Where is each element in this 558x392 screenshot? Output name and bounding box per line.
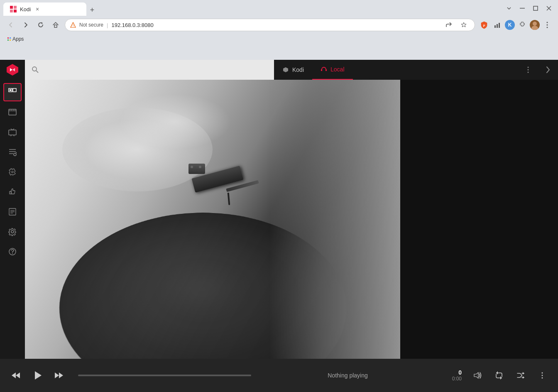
player-controls xyxy=(7,366,68,385)
kodi-header: Kodi Local xyxy=(0,60,558,80)
rewind-button[interactable] xyxy=(7,366,25,385)
kodi-search-bar[interactable] xyxy=(25,60,274,80)
svg-point-17 xyxy=(531,26,538,30)
window-controls xyxy=(503,2,555,14)
fast-forward-button[interactable] xyxy=(50,366,68,385)
sidebar-item-help[interactable] xyxy=(3,243,22,261)
kodi-nav-tabs: Kodi Local xyxy=(274,60,353,80)
time-display: 0 0:00 xyxy=(441,369,462,382)
sidebar-item-queue[interactable] xyxy=(3,203,22,221)
svg-marker-11 xyxy=(461,22,466,27)
kodi-tab-label: Kodi xyxy=(292,66,304,73)
bookmark-button[interactable] xyxy=(458,19,470,31)
svg-marker-8 xyxy=(42,22,43,24)
svg-point-34 xyxy=(11,110,12,110)
svg-point-36 xyxy=(15,110,15,110)
sidebar-item-playlist[interactable] xyxy=(3,143,22,161)
local-tab-label: Local xyxy=(330,66,344,73)
play-button[interactable] xyxy=(28,366,46,385)
chevron-right-button[interactable] xyxy=(538,60,558,80)
profile-icon[interactable] xyxy=(530,20,540,30)
svg-rect-5 xyxy=(534,6,538,10)
volume-button[interactable] xyxy=(468,366,487,385)
not-secure-label: Not secure xyxy=(79,22,103,28)
sidebar-item-favorites[interactable] xyxy=(3,183,22,201)
tab-close-button[interactable]: × xyxy=(34,5,41,13)
kodi-app: Kodi Local xyxy=(0,60,558,392)
apps-bookmark[interactable]: Apps xyxy=(5,35,26,43)
sidebar-item-music[interactable] xyxy=(3,83,22,101)
tab-kodi[interactable]: Kodi xyxy=(274,60,312,80)
tab-title: Kodi xyxy=(20,6,31,12)
sidebar-item-settings[interactable] xyxy=(3,223,22,241)
minimize-button[interactable] xyxy=(516,2,528,14)
svg-point-25 xyxy=(528,67,529,68)
svg-marker-64 xyxy=(523,372,524,375)
svg-marker-57 xyxy=(16,372,20,378)
search-input[interactable] xyxy=(42,66,267,73)
back-button[interactable] xyxy=(5,19,17,31)
reload-button[interactable] xyxy=(35,19,46,31)
active-tab[interactable]: Kodi × xyxy=(3,2,86,16)
svg-point-67 xyxy=(542,375,543,376)
kodi-sidebar xyxy=(0,80,25,359)
svg-rect-3 xyxy=(14,10,17,12)
more-menu-button[interactable] xyxy=(518,60,538,80)
warning-icon: ! xyxy=(70,22,76,28)
sidebar-item-tv[interactable] xyxy=(3,123,22,141)
tab-local[interactable]: Local xyxy=(312,60,352,80)
ublock-icon[interactable]: μ xyxy=(478,19,490,31)
kodi-logo[interactable] xyxy=(0,60,25,80)
svg-line-39 xyxy=(14,135,14,136)
svg-point-68 xyxy=(542,377,543,379)
maximize-button[interactable] xyxy=(530,2,541,14)
player-status: Nothing playing xyxy=(328,372,368,379)
secondary-controls xyxy=(468,366,551,385)
time-current: 0:00 xyxy=(452,376,462,382)
progress-bar[interactable] xyxy=(78,375,251,376)
svg-point-20 xyxy=(547,27,548,28)
svg-point-45 xyxy=(14,153,16,156)
svg-rect-2 xyxy=(10,10,13,12)
k-extension-icon[interactable]: K xyxy=(505,20,515,30)
search-icon xyxy=(32,66,39,74)
svg-point-55 xyxy=(12,253,13,254)
svg-marker-58 xyxy=(35,371,42,380)
repeat-button[interactable] xyxy=(490,366,508,385)
sidebar-item-addons[interactable] xyxy=(3,163,22,181)
svg-point-66 xyxy=(542,372,543,374)
forward-button[interactable] xyxy=(20,19,32,31)
svg-point-18 xyxy=(547,22,548,23)
share-button[interactable] xyxy=(443,19,455,31)
apps-label: Apps xyxy=(12,36,24,42)
kodi-header-actions xyxy=(518,60,558,80)
svg-point-27 xyxy=(528,72,529,73)
kodi-main-content xyxy=(25,80,400,359)
svg-point-53 xyxy=(11,230,14,233)
svg-marker-56 xyxy=(12,372,16,378)
address-separator: | xyxy=(107,22,108,28)
svg-rect-23 xyxy=(321,69,322,71)
svg-line-38 xyxy=(11,135,11,136)
svg-rect-24 xyxy=(326,69,327,71)
more-options-button[interactable] xyxy=(541,19,553,31)
svg-point-21 xyxy=(32,67,37,71)
svg-marker-65 xyxy=(523,376,524,379)
signal-icon[interactable] xyxy=(492,19,503,31)
address-bar[interactable]: ! Not secure | 192.168.0.3:8080 xyxy=(65,19,475,31)
shuffle-button[interactable] xyxy=(512,366,530,385)
svg-text:μ: μ xyxy=(483,23,485,27)
player-more-button[interactable] xyxy=(533,366,551,385)
new-tab-button[interactable]: + xyxy=(86,4,98,16)
browser-toolbar: ! Not secure | 192.168.0.3:8080 μ K xyxy=(0,17,558,33)
sidebar-item-movies[interactable] xyxy=(3,103,22,121)
kodi-right-panel xyxy=(400,80,558,359)
close-button[interactable] xyxy=(543,2,555,14)
home-button[interactable] xyxy=(50,19,61,31)
player-info: Nothing playing xyxy=(261,372,434,379)
svg-rect-48 xyxy=(10,191,11,194)
dropdown-button[interactable] xyxy=(503,2,515,14)
apps-grid-icon xyxy=(7,37,11,41)
browser-chrome: Kodi × + xyxy=(0,0,558,60)
extensions-icon[interactable] xyxy=(516,19,528,31)
